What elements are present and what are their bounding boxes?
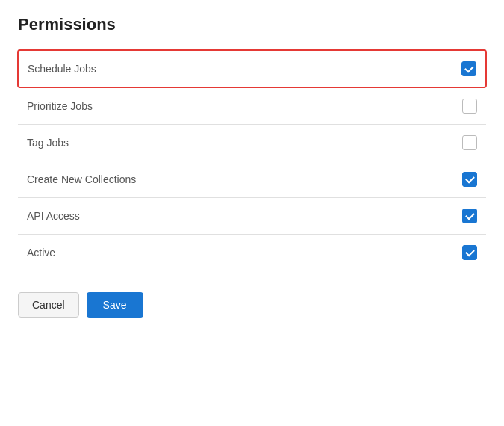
permission-label-api-access: API Access — [27, 210, 80, 222]
permission-label-prioritize-jobs: Prioritize Jobs — [27, 100, 93, 112]
permission-row-create-new-collections: Create New Collections — [18, 161, 486, 198]
checkbox-wrapper-api-access[interactable] — [462, 209, 477, 223]
permission-label-schedule-jobs: Schedule Jobs — [28, 63, 96, 75]
action-buttons: Cancel Save — [18, 289, 486, 321]
permission-row-active: Active — [18, 235, 486, 271]
checkbox-wrapper-active[interactable] — [462, 245, 477, 260]
checkbox-wrapper-create-new-collections[interactable] — [462, 172, 477, 187]
permissions-list: Schedule JobsPrioritize JobsTag JobsCrea… — [18, 49, 486, 271]
checkbox-wrapper-tag-jobs[interactable] — [462, 135, 477, 150]
permission-row-prioritize-jobs: Prioritize Jobs — [18, 88, 486, 125]
save-button[interactable]: Save — [87, 292, 143, 318]
permission-label-create-new-collections: Create New Collections — [27, 173, 136, 185]
checkbox-wrapper-prioritize-jobs[interactable] — [462, 99, 477, 114]
page-title: Permissions — [18, 15, 486, 34]
checkbox-wrapper-schedule-jobs[interactable] — [461, 61, 476, 76]
permission-row-schedule-jobs: Schedule Jobs — [17, 49, 487, 88]
cancel-button[interactable]: Cancel — [18, 292, 79, 318]
permission-label-tag-jobs: Tag Jobs — [27, 137, 69, 149]
permission-row-tag-jobs: Tag Jobs — [18, 125, 486, 161]
permission-row-api-access: API Access — [18, 198, 486, 235]
permission-label-active: Active — [27, 247, 55, 259]
